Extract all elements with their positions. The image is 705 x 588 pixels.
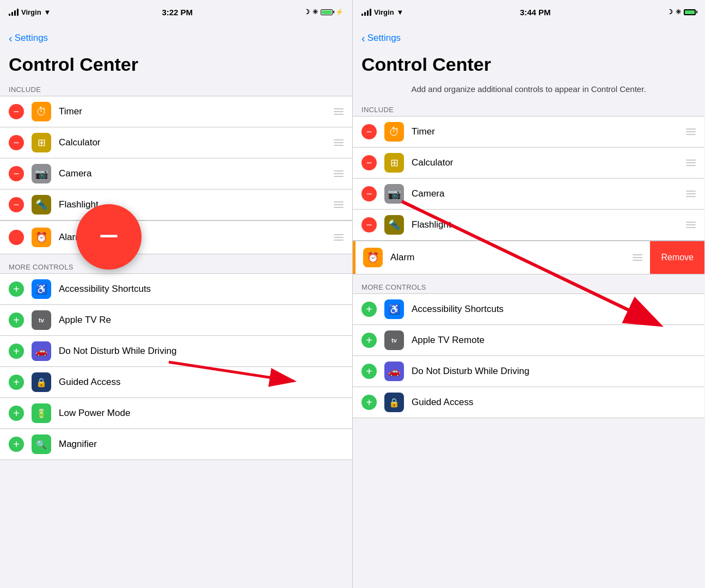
- add-btn-guided-left[interactable]: +: [9, 375, 24, 390]
- back-label-right: Settings: [367, 33, 401, 44]
- accessibility-icon-right: ♿: [384, 299, 404, 319]
- list-item-flashlight-right[interactable]: − 🔦 Flashlight: [353, 210, 704, 241]
- drag-handle-flashlight-left[interactable]: [334, 201, 344, 208]
- signal-icon: [9, 9, 19, 16]
- list-item-guided-left[interactable]: + 🔒 Guided Access: [0, 367, 352, 398]
- alarm-row-left[interactable]: ⏰ Alarm: [0, 220, 352, 254]
- remove-btn-camera-left[interactable]: −: [9, 166, 24, 181]
- drag-handle-alarm-left[interactable]: [334, 234, 344, 241]
- accessibility-label-right: Accessibility Shortcuts: [412, 304, 696, 315]
- list-item-calculator-right[interactable]: − ⊞ Calculator: [353, 148, 704, 179]
- battery-icon: [321, 9, 333, 15]
- list-item-guided-right[interactable]: + 🔒 Guided Access: [353, 387, 704, 418]
- carrier-label-right: Virgin: [374, 8, 394, 16]
- appletv-label-left: Apple TV Re: [59, 315, 344, 326]
- time-label: 3:22 PM: [162, 8, 193, 17]
- list-item-camera-left[interactable]: − 📷 Camera: [0, 158, 352, 189]
- list-item-magnifier-left[interactable]: + 🔍 Magnifier: [0, 429, 352, 460]
- drag-handle-alarm-right[interactable]: [633, 254, 642, 261]
- flashlight-icon-left: 🔦: [32, 195, 51, 215]
- remove-btn-calculator-left[interactable]: −: [9, 135, 24, 150]
- battery-fill: [322, 10, 332, 14]
- back-chevron-right: ‹: [361, 33, 365, 44]
- remove-btn-timer-right[interactable]: −: [361, 124, 377, 139]
- status-right: ☽ ✳ ⚡: [304, 8, 344, 16]
- add-btn-appletv-right[interactable]: +: [361, 333, 377, 348]
- bluetooth-icon: ✳: [312, 8, 318, 16]
- drag-handle-calculator-left[interactable]: [334, 139, 344, 146]
- list-item-dnd-right[interactable]: + 🚗 Do Not Disturb While Driving: [353, 356, 704, 387]
- left-phone-panel: Virgin ▼ 3:22 PM ☽ ✳ ⚡ ‹ Settings Contro…: [0, 0, 352, 588]
- include-list-left: − ⏱ Timer − ⊞ Calculator − 📷 Camera: [0, 96, 352, 220]
- list-item-lowpower-left[interactable]: + 🔋 Low Power Mode: [0, 398, 352, 429]
- bluetooth-icon-right: ✳: [676, 8, 681, 16]
- add-btn-accessibility-right[interactable]: +: [361, 302, 377, 317]
- add-btn-appletv-left[interactable]: +: [9, 313, 24, 328]
- remove-btn-calculator-right[interactable]: −: [361, 155, 377, 170]
- more-controls-header-right: MORE CONTROLS: [353, 279, 704, 293]
- list-item-timer-right[interactable]: − ⏱ Timer: [353, 116, 704, 148]
- list-item-calculator-left[interactable]: − ⊞ Calculator: [0, 127, 352, 158]
- list-item-appletv-right[interactable]: + tv Apple TV Remote: [353, 325, 704, 356]
- magnifier-icon-left: 🔍: [32, 434, 51, 454]
- remove-action-button[interactable]: Remove: [650, 241, 704, 274]
- status-bar-left: Virgin ▼ 3:22 PM ☽ ✳ ⚡: [0, 0, 352, 24]
- page-title-right: Control Center: [353, 52, 704, 81]
- remove-btn-flashlight-right[interactable]: −: [361, 217, 377, 232]
- back-label-left: Settings: [15, 33, 48, 44]
- status-bar-right: Virgin ▼ 3:44 PM ☽ ✳: [353, 0, 704, 24]
- signal-icon-right: [361, 9, 371, 16]
- camera-label-left: Camera: [59, 168, 334, 179]
- list-item-flashlight-left[interactable]: − 🔦 Flashlight: [0, 189, 352, 220]
- remove-btn-timer-left[interactable]: −: [9, 104, 24, 119]
- drag-handle-timer-left[interactable]: [334, 108, 344, 115]
- drag-handle-camera-right[interactable]: [686, 191, 696, 197]
- drag-handle-flashlight-right[interactable]: [686, 222, 696, 228]
- list-item-timer-left[interactable]: − ⏱ Timer: [0, 96, 352, 127]
- alarm-row-right[interactable]: ⏰ Alarm Remove: [353, 241, 704, 274]
- remove-btn-camera-right[interactable]: −: [361, 186, 377, 201]
- drag-handle-camera-left[interactable]: [334, 170, 344, 177]
- status-left: Virgin ▼: [9, 8, 51, 16]
- add-btn-dnd-left[interactable]: +: [9, 344, 24, 359]
- title-text-left: Control Center: [9, 54, 344, 75]
- include-list-right: − ⏱ Timer − ⊞ Calculator − 📷 Camera: [353, 116, 704, 241]
- drag-handle-calculator-right[interactable]: [686, 160, 696, 166]
- add-btn-dnd-right[interactable]: +: [361, 364, 377, 379]
- moon-icon-right: ☽: [667, 8, 673, 16]
- status-right-right: ☽ ✳: [667, 8, 696, 16]
- add-btn-lowpower-left[interactable]: +: [9, 406, 24, 421]
- time-label-right: 3:44 PM: [520, 8, 551, 17]
- drag-handle-timer-right[interactable]: [686, 128, 696, 135]
- dnd-icon-right: 🚗: [384, 362, 404, 381]
- right-phone-panel: Virgin ▼ 3:44 PM ☽ ✳ ‹ Settings Control …: [352, 0, 704, 588]
- timer-label-right: Timer: [412, 126, 686, 137]
- guided-icon-right: 🔒: [384, 393, 404, 412]
- flashlight-label-right: Flashlight: [412, 219, 686, 230]
- add-btn-guided-right[interactable]: +: [361, 395, 377, 410]
- alarm-icon-left: ⏰: [32, 228, 51, 247]
- remove-indicator-left: [9, 230, 24, 245]
- more-controls-list-right: + ♿ Accessibility Shortcuts + tv Apple T…: [353, 293, 704, 418]
- dnd-icon-left: 🚗: [32, 341, 51, 361]
- back-button-left[interactable]: ‹ Settings: [9, 33, 48, 44]
- add-btn-accessibility-left[interactable]: +: [9, 281, 24, 297]
- add-btn-magnifier-left[interactable]: +: [9, 437, 24, 452]
- appletv-icon-left: tv: [32, 310, 51, 330]
- title-text-right: Control Center: [361, 54, 696, 75]
- page-title-left: Control Center: [0, 52, 352, 81]
- back-button-right[interactable]: ‹ Settings: [361, 33, 401, 44]
- carrier-label: Virgin: [21, 8, 41, 16]
- alarm-label-right: Alarm: [390, 252, 633, 263]
- magnifier-label-left: Magnifier: [59, 439, 344, 450]
- list-item-dnd-left[interactable]: + 🚗 Do Not Disturb While Driving: [0, 336, 352, 367]
- list-item-appletv-left[interactable]: + tv Apple TV Re: [0, 305, 352, 336]
- remove-btn-flashlight-left[interactable]: −: [9, 197, 24, 212]
- list-item-camera-right[interactable]: − 📷 Camera: [353, 179, 704, 210]
- charging-icon: ⚡: [335, 8, 344, 16]
- big-minus-circle: [76, 204, 142, 270]
- timer-label-left: Timer: [59, 106, 334, 117]
- list-item-accessibility-left[interactable]: + ♿ Accessibility Shortcuts: [0, 273, 352, 305]
- list-item-accessibility-right[interactable]: + ♿ Accessibility Shortcuts: [353, 293, 704, 325]
- timer-icon-right: ⏱: [384, 122, 404, 142]
